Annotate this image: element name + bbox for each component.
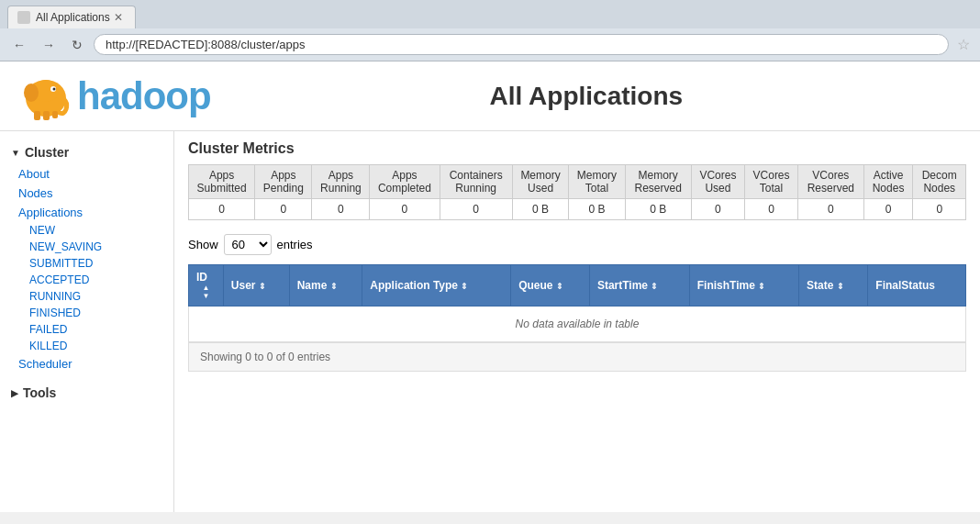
metrics-header-apps-running: Apps Running bbox=[312, 165, 370, 199]
sort-icon: ⇕ bbox=[651, 282, 658, 291]
metrics-header-apps-completed: Apps Completed bbox=[370, 165, 440, 199]
metrics-header-vcores-used: VCores Used bbox=[691, 165, 744, 199]
sidebar-item-killed[interactable]: KILLED bbox=[0, 338, 173, 354]
metrics-header-decom-nodes: Decom Nodes bbox=[913, 165, 966, 199]
metrics-values-row: 000000 B0 B0 B00000 bbox=[189, 199, 966, 220]
metrics-header-vcores-total: VCores Total bbox=[745, 165, 798, 199]
metrics-header-vcores-reserved: VCores Reserved bbox=[797, 165, 863, 199]
forward-button[interactable]: → bbox=[37, 35, 61, 55]
sidebar: ▼ Cluster About Nodes Applications NEW N… bbox=[0, 131, 174, 512]
col-header-queue[interactable]: Queue ⇕ bbox=[511, 265, 590, 307]
metrics-value: 0 bbox=[745, 199, 798, 220]
metrics-header-memory-used: Memory Used bbox=[512, 165, 569, 199]
sort-icon: ⇕ bbox=[837, 282, 844, 291]
svg-rect-7 bbox=[52, 111, 58, 118]
sort-icon: ⇕ bbox=[758, 282, 765, 291]
tab-bar: All Applications ✕ bbox=[0, 0, 980, 28]
metrics-value: 0 bbox=[255, 199, 312, 220]
back-button[interactable]: ← bbox=[7, 35, 31, 55]
col-header-starttime[interactable]: StartTime ⇕ bbox=[589, 265, 689, 307]
browser-chrome: All Applications ✕ ← → ↻ ☆ bbox=[0, 0, 980, 61]
metrics-header-active-nodes: Active Nodes bbox=[863, 165, 913, 199]
col-header-application-type[interactable]: Application Type ⇕ bbox=[362, 265, 511, 307]
data-table: ID▲▼User ⇕Name ⇕Application Type ⇕Queue … bbox=[188, 264, 966, 342]
no-data-row: No data available in table bbox=[189, 307, 966, 342]
cluster-arrow: ▼ bbox=[11, 148, 20, 158]
sidebar-item-failed[interactable]: FAILED bbox=[0, 321, 173, 338]
sidebar-item-scheduler[interactable]: Scheduler bbox=[0, 354, 173, 373]
metrics-value: 0 bbox=[189, 199, 255, 220]
cluster-label: Cluster bbox=[25, 145, 69, 160]
hadoop-logo: hadoop bbox=[18, 71, 211, 121]
metrics-header-apps-pending: Apps Pending bbox=[255, 165, 312, 199]
svg-rect-6 bbox=[43, 111, 50, 120]
metrics-header-apps-submitted: Apps Submitted bbox=[189, 165, 255, 199]
metrics-value: 0 bbox=[312, 199, 370, 220]
tab-favicon bbox=[17, 11, 30, 24]
sort-icon: ⇕ bbox=[330, 282, 338, 291]
sidebar-item-applications[interactable]: Applications bbox=[0, 203, 173, 222]
sidebar-item-new[interactable]: NEW bbox=[0, 222, 173, 239]
no-data-cell: No data available in table bbox=[189, 307, 966, 342]
metrics-value: 0 B bbox=[569, 199, 625, 220]
bookmark-button[interactable]: ☆ bbox=[954, 33, 973, 56]
hadoop-elephant-icon bbox=[18, 71, 73, 121]
metrics-value: 0 bbox=[370, 199, 440, 220]
sidebar-item-nodes[interactable]: Nodes bbox=[0, 184, 173, 203]
show-select[interactable]: 10255060100 bbox=[224, 234, 272, 255]
col-header-finalstatus: FinalStatus bbox=[868, 265, 966, 307]
hadoop-logo-text: hadoop bbox=[77, 74, 211, 118]
sidebar-item-new-saving[interactable]: NEW_SAVING bbox=[0, 239, 173, 255]
page-title: All Applications bbox=[211, 82, 962, 111]
tools-section-header[interactable]: ▶ Tools bbox=[0, 381, 173, 405]
svg-point-2 bbox=[24, 84, 39, 102]
page-body: hadoop All Applications ▼ Cluster About … bbox=[0, 61, 980, 512]
tools-section: ▶ Tools bbox=[0, 381, 173, 405]
tab-title: All Applications bbox=[36, 11, 110, 24]
sidebar-item-about[interactable]: About bbox=[0, 164, 173, 184]
metrics-value: 0 bbox=[913, 199, 966, 220]
metrics-section-title: Cluster Metrics bbox=[188, 140, 966, 157]
metrics-value: 0 bbox=[691, 199, 744, 220]
tab-close-button[interactable]: ✕ bbox=[111, 11, 126, 24]
metrics-value: 0 bbox=[440, 199, 512, 220]
sort-icon: ⇕ bbox=[556, 282, 563, 291]
show-label: Show bbox=[188, 238, 218, 251]
metrics-table: Apps SubmittedApps PendingApps RunningAp… bbox=[188, 164, 966, 220]
cluster-section-header[interactable]: ▼ Cluster bbox=[0, 140, 173, 164]
sidebar-item-accepted[interactable]: ACCEPTED bbox=[0, 272, 173, 288]
entries-label: entries bbox=[277, 238, 313, 251]
showing-entries: Showing 0 to 0 of 0 entries bbox=[188, 342, 966, 372]
col-header-user[interactable]: User ⇕ bbox=[223, 265, 289, 307]
metrics-header-row: Apps SubmittedApps PendingApps RunningAp… bbox=[189, 165, 966, 199]
metrics-value: 0 B bbox=[625, 199, 691, 220]
metrics-header-containers-running: Containers Running bbox=[440, 165, 512, 199]
metrics-header-memory-reserved: Memory Reserved bbox=[625, 165, 691, 199]
show-entries: Show 10255060100 entries bbox=[188, 234, 966, 255]
svg-point-4 bbox=[53, 88, 56, 91]
sort-icon: ⇕ bbox=[461, 282, 468, 291]
sidebar-item-finished[interactable]: FINISHED bbox=[0, 305, 173, 321]
metrics-value: 0 bbox=[797, 199, 863, 220]
col-header-id[interactable]: ID▲▼ bbox=[189, 265, 224, 307]
main-layout: ▼ Cluster About Nodes Applications NEW N… bbox=[0, 131, 980, 512]
col-header-name[interactable]: Name ⇕ bbox=[289, 265, 362, 307]
tools-label: Tools bbox=[23, 385, 56, 400]
address-bar[interactable] bbox=[94, 34, 949, 55]
sidebar-item-submitted[interactable]: SUBMITTED bbox=[0, 255, 173, 272]
page-header: hadoop All Applications bbox=[0, 61, 980, 131]
nav-bar: ← → ↻ ☆ bbox=[0, 28, 980, 61]
data-table-body: No data available in table bbox=[189, 307, 966, 342]
content-area: Cluster Metrics Apps SubmittedApps Pendi… bbox=[174, 131, 980, 512]
sort-icon: ⇕ bbox=[259, 282, 266, 291]
active-tab[interactable]: All Applications ✕ bbox=[7, 6, 136, 28]
sidebar-item-running[interactable]: RUNNING bbox=[0, 288, 173, 305]
col-header-finishtime[interactable]: FinishTime ⇕ bbox=[689, 265, 798, 307]
col-header-state[interactable]: State ⇕ bbox=[799, 265, 868, 307]
reload-button[interactable]: ↻ bbox=[66, 35, 88, 55]
metrics-header-memory-total: Memory Total bbox=[569, 165, 625, 199]
data-header-row: ID▲▼User ⇕Name ⇕Application Type ⇕Queue … bbox=[189, 265, 966, 307]
cluster-section: ▼ Cluster About Nodes Applications NEW N… bbox=[0, 140, 173, 373]
svg-rect-5 bbox=[34, 111, 40, 120]
tools-arrow: ▶ bbox=[11, 388, 18, 398]
